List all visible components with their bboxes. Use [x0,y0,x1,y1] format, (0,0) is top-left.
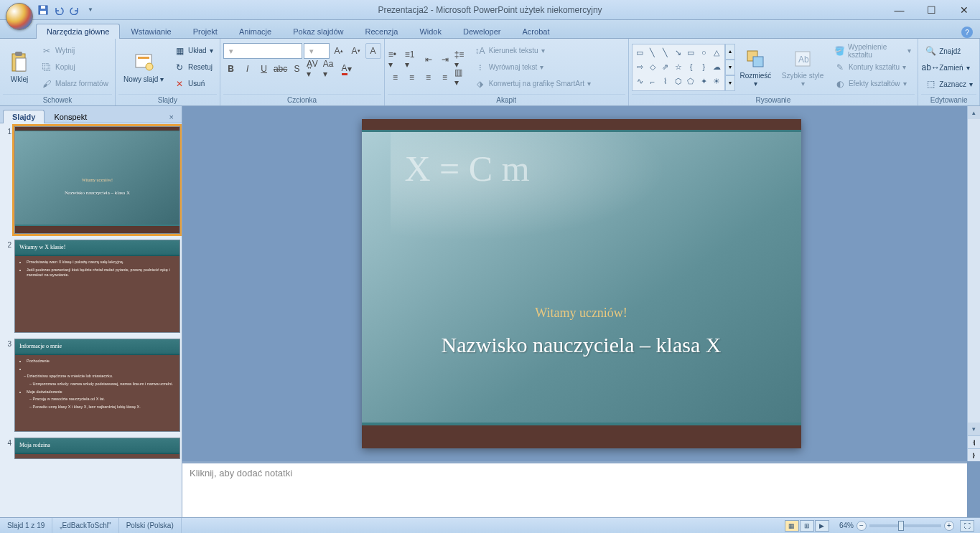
shape-effects-button[interactable]: ◐Efekty kształtów ▾ [831,76,915,92]
numbering-icon[interactable]: ≡1 ▾ [404,52,420,67]
shapes-more-icon[interactable]: ▾ [725,75,735,91]
line-spacing-icon[interactable]: ‡≡ ▾ [454,52,470,67]
delete-button[interactable]: ✕Usuń [170,76,217,92]
shape-arrow-r-icon[interactable]: ⇨ [634,60,646,74]
smartart-button[interactable]: ⬗Konwertuj na grafikę SmartArt ▾ [471,76,594,92]
zoom-thumb[interactable] [898,521,904,531]
tab-view[interactable]: Widok [409,24,452,39]
new-slide-button[interactable]: Nowy slajd ▾ [118,42,169,93]
text-direction-button[interactable]: ↕AKierunek tekstu ▾ [471,43,594,59]
view-normal-icon[interactable]: ▦ [785,520,799,532]
align-right-icon[interactable]: ≡ [421,70,437,85]
change-case-icon[interactable]: Aa ▾ [322,61,338,77]
help-icon[interactable]: ? [961,27,973,38]
font-family-combo[interactable]: ▾ [223,43,302,59]
shape-arrow-icon[interactable]: ↘ [672,46,684,60]
scroll-up-icon[interactable]: ▴ [968,106,980,119]
next-slide-icon[interactable]: ⦊ [968,448,980,461]
underline-icon[interactable]: U [256,61,272,77]
paste-button[interactable]: Wklej [3,42,36,93]
shape-triangle-icon[interactable]: △ [711,46,723,60]
shapes-gallery[interactable]: ▭ ╲ ╲ ↘ ▭ ○ △ ⇨ ◇ ⇗ ☆ { } ☁ ∿ ⌐ ⌇ [632,44,725,91]
notes-pane[interactable]: Kliknij, aby dodać notatki [182,461,967,517]
shape-line2-icon[interactable]: ╲ [659,46,671,60]
copy-button[interactable]: ⿻Kopiuj [37,60,112,75]
slide-subtitle[interactable]: Witamy uczniów! [362,306,801,321]
slide-thumbnail-3[interactable]: Informacje o mnie Pochodzenie – Dziecińs… [14,339,180,432]
shape-cross-icon[interactable]: ✦ [698,75,710,88]
clear-format-icon[interactable]: A [365,43,381,59]
slide-thumbnail-4[interactable]: Moja rodzina [14,438,180,459]
shape-brace2-icon[interactable]: } [698,60,710,74]
shape-rect2-icon[interactable]: ▭ [685,46,697,60]
tab-review[interactable]: Recenzja [355,24,409,39]
find-button[interactable]: 🔍Znajdź [921,43,976,59]
shapes-scroll-down-icon[interactable]: ▾ [725,60,735,75]
shape-oval-icon[interactable]: ○ [698,46,710,60]
arrange-button[interactable]: Rozmieść▾ [737,42,775,93]
tab-insert[interactable]: Wstawianie [120,24,182,39]
shape-outline-button[interactable]: ✎Kontury kształtu ▾ [831,60,915,75]
zoom-in-icon[interactable]: + [944,521,954,531]
prev-slide-icon[interactable]: ⦉ [968,435,980,448]
slide-thumbnail-1[interactable]: Witamy uczniów! Nazwisko nauczyciela – k… [14,126,180,234]
redo-icon[interactable] [67,3,82,17]
bullets-icon[interactable]: ≡• ▾ [388,52,403,67]
format-painter-button[interactable]: 🖌Malarz formatów [37,76,112,92]
grow-font-icon[interactable]: A▴ [331,43,347,59]
close-button[interactable]: ✕ [948,2,980,18]
tab-home[interactable]: Narzędzia główne [36,24,120,39]
replace-button[interactable]: ab↔Zamień ▾ [921,60,976,75]
view-slideshow-icon[interactable]: ▶ [815,520,829,532]
tab-animations[interactable]: Animacje [228,24,282,39]
slide-title[interactable]: Nazwisko nauczyciela – klasa X [362,331,801,359]
justify-icon[interactable]: ≡ [437,70,453,85]
status-theme[interactable]: „EdBackToSchl" [52,518,118,533]
panel-close-icon[interactable]: × [166,111,177,123]
shape-curve-icon[interactable]: ∿ [634,75,646,88]
bold-icon[interactable]: B [223,61,239,77]
panel-tab-outline[interactable]: Konspekt [45,110,96,123]
zoom-out-icon[interactable]: − [857,521,867,531]
inc-indent-icon[interactable]: ⇥ [437,52,453,67]
select-button[interactable]: ⬚Zaznacz ▾ [921,76,976,92]
shape-pentagon-icon[interactable]: ⬠ [685,75,697,88]
status-language[interactable]: Polski (Polska) [119,518,182,533]
maximize-button[interactable]: ☐ [915,2,948,18]
tab-design[interactable]: Projekt [182,24,228,39]
shape-connector-icon[interactable]: ⌐ [646,75,658,88]
panel-tab-slides[interactable]: Slajdy [3,110,45,123]
align-center-icon[interactable]: ≡ [404,70,420,85]
shadow-icon[interactable]: S [289,61,305,77]
qat-dropdown-icon[interactable]: ▼ [83,3,98,17]
shape-diamond-icon[interactable]: ◇ [646,60,658,74]
char-spacing-icon[interactable]: A͍V ▾ [306,61,322,77]
shape-line-icon[interactable]: ╲ [646,46,658,60]
tab-slideshow[interactable]: Pokaz slajdów [282,24,354,39]
zoom-slider[interactable] [869,524,941,527]
shape-arrow2-icon[interactable]: ⇗ [659,60,671,74]
office-button[interactable] [6,3,33,30]
slide-canvas[interactable]: X = C m Witamy uczniów! Nazwisko nauczyc… [362,119,801,448]
strike-icon[interactable]: abc [273,61,289,77]
align-text-button[interactable]: ⫶Wyrównaj tekst ▾ [471,60,594,75]
columns-icon[interactable]: ▥ ▾ [454,70,470,85]
undo-icon[interactable] [52,3,66,17]
font-size-combo[interactable]: ▾ [304,43,330,59]
shape-callout-icon[interactable]: ☁ [711,60,723,74]
shrink-font-icon[interactable]: A▾ [348,43,364,59]
slide-thumbnail-2[interactable]: Witamy w X klasie! Przedstawię wam X kla… [14,240,180,333]
shape-rect-icon[interactable]: ▭ [634,46,646,60]
fit-window-icon[interactable]: ⛶ [960,520,974,532]
minimize-button[interactable]: — [883,2,915,18]
shape-brace-icon[interactable]: { [685,60,697,74]
italic-icon[interactable]: I [240,61,256,77]
shapes-scroll-up-icon[interactable]: ▴ [725,44,735,60]
scroll-track[interactable] [968,119,980,423]
shape-freeform-icon[interactable]: ⬡ [672,75,684,88]
cut-button[interactable]: ✂Wytnij [37,43,112,59]
tab-acrobat[interactable]: Acrobat [512,24,561,39]
quick-styles-button[interactable]: Ab Szybkie style ▾ [776,42,829,93]
align-left-icon[interactable]: ≡ [388,70,403,85]
shape-zigzag-icon[interactable]: ⌇ [659,75,671,88]
